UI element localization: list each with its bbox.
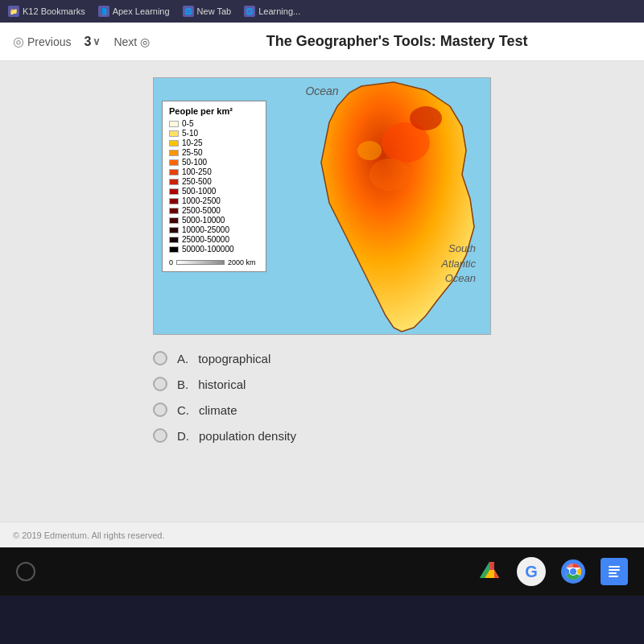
legend-item-13: 50000-100000 xyxy=(169,245,259,254)
previous-arrow-icon: ◎ xyxy=(13,34,24,49)
apex-icon: 📘 xyxy=(98,6,109,17)
taskbar-left xyxy=(16,562,35,581)
legend-item-1: 5-10 xyxy=(169,129,259,138)
svg-rect-13 xyxy=(606,562,622,581)
answer-text-3: population density xyxy=(199,429,296,443)
legend-item-8: 1000-2500 xyxy=(169,196,259,205)
legend-item-0: 0-5 xyxy=(169,119,259,128)
legend-item-12: 25000-50000 xyxy=(169,235,259,244)
answer-option-0[interactable]: A. topographical xyxy=(153,351,491,365)
newtab-icon: 🌐 xyxy=(183,6,194,17)
taskbar: G xyxy=(0,547,644,596)
taskbar-right: G xyxy=(475,557,628,586)
answer-option-2[interactable]: C. climate xyxy=(153,402,491,417)
legend-item-7: 500-1000 xyxy=(169,187,259,196)
bookmark-apex-label: Apex Learning xyxy=(113,6,170,16)
answer-letter-0: A. xyxy=(177,352,188,365)
svg-point-3 xyxy=(357,141,382,160)
legend-item-4: 50-100 xyxy=(169,158,259,167)
k12-icon: 📁 xyxy=(8,6,19,17)
svg-rect-15 xyxy=(609,569,620,571)
bookmark-bar: 📁 K12 Bookmarks 📘 Apex Learning 🌐 New Ta… xyxy=(0,0,644,23)
legend-item-3: 25-50 xyxy=(169,148,259,157)
copyright-text: © 2019 Edmentum. All rights reserved. xyxy=(13,530,164,540)
radio-2[interactable] xyxy=(153,402,167,417)
bookmark-k12[interactable]: 📁 K12 Bookmarks xyxy=(8,6,85,17)
footer: © 2019 Edmentum. All rights reserved. xyxy=(0,522,644,547)
answer-letter-2: C. xyxy=(177,403,189,417)
legend-item-6: 250-500 xyxy=(169,177,259,186)
radio-1[interactable] xyxy=(153,377,167,391)
south-america-map xyxy=(265,78,490,336)
bookmark-learning[interactable]: 🌐 Learning... xyxy=(244,6,300,17)
scale-2000: 2000 km xyxy=(228,258,256,266)
answer-text-1: historical xyxy=(198,378,246,391)
answer-letter-3: D. xyxy=(177,429,189,443)
bookmark-k12-label: K12 Bookmarks xyxy=(23,6,85,16)
learning-icon: 🌐 xyxy=(244,6,255,17)
ocean-label: Ocean xyxy=(445,272,476,284)
legend-item-10: 5000-10000 xyxy=(169,216,259,225)
chevron-down-icon[interactable]: ∨ xyxy=(93,35,101,47)
legend-title: People per km² xyxy=(169,106,259,116)
svg-point-12 xyxy=(570,568,576,575)
bookmark-newtab[interactable]: 🌐 New Tab xyxy=(183,6,232,17)
next-button[interactable]: Next ◎ xyxy=(114,35,150,48)
bookmark-newtab-label: New Tab xyxy=(197,6,232,16)
south-label: South xyxy=(448,242,476,254)
answer-option-3[interactable]: D. population density xyxy=(153,428,491,443)
legend-item-5: 100-250 xyxy=(169,167,259,176)
question-number-value: 3 xyxy=(84,35,91,49)
svg-point-1 xyxy=(410,106,442,130)
next-label: Next xyxy=(114,35,137,48)
radio-0[interactable] xyxy=(153,351,167,365)
svg-point-2 xyxy=(369,159,410,191)
bookmark-apex[interactable]: 📘 Apex Learning xyxy=(98,6,170,17)
atlantic-label: Atlantic xyxy=(441,258,476,270)
south-atlantic-label: South Atlantic Ocean xyxy=(441,242,476,286)
bookmark-learning-label: Learning... xyxy=(258,6,300,16)
docs-icon[interactable] xyxy=(601,558,628,585)
legend-scale: 0 2000 km xyxy=(169,258,259,266)
map-container: Ocean People per km² 0-55-1010-2525-5050… xyxy=(153,77,491,335)
radio-3[interactable] xyxy=(153,428,167,443)
page-title: The Geographer's Tools: Mastery Test xyxy=(163,33,631,50)
answer-text-0: topographical xyxy=(198,352,270,365)
scale-bar xyxy=(176,260,225,265)
question-number: 3 ∨ xyxy=(84,35,101,49)
legend: People per km² 0-55-1010-2525-5050-10010… xyxy=(162,101,266,272)
answer-letter-1: B. xyxy=(177,378,188,391)
legend-item-2: 10-25 xyxy=(169,138,259,147)
scale-0: 0 xyxy=(169,258,173,266)
legend-item-11: 10000-25000 xyxy=(169,225,259,234)
main-content: Ocean People per km² 0-55-1010-2525-5050… xyxy=(0,61,644,522)
answer-option-1[interactable]: B. historical xyxy=(153,377,491,391)
nav-bar: ◎ Previous 3 ∨ Next ◎ The Geographer's T… xyxy=(0,23,644,61)
chrome-icon[interactable] xyxy=(559,557,588,586)
next-arrow-icon: ◎ xyxy=(140,35,150,48)
svg-rect-16 xyxy=(609,572,617,574)
previous-button[interactable]: ◎ Previous xyxy=(13,34,71,49)
svg-rect-17 xyxy=(609,576,618,577)
google-drive-icon[interactable] xyxy=(475,557,504,586)
answers-container: A. topographical B. historical C. climat… xyxy=(153,351,491,454)
svg-rect-14 xyxy=(609,566,620,568)
legend-item-9: 2500-5000 xyxy=(169,206,259,215)
answer-text-2: climate xyxy=(199,403,237,417)
taskbar-home-button[interactable] xyxy=(16,562,35,581)
google-icon[interactable]: G xyxy=(517,557,546,586)
previous-label: Previous xyxy=(27,35,71,48)
